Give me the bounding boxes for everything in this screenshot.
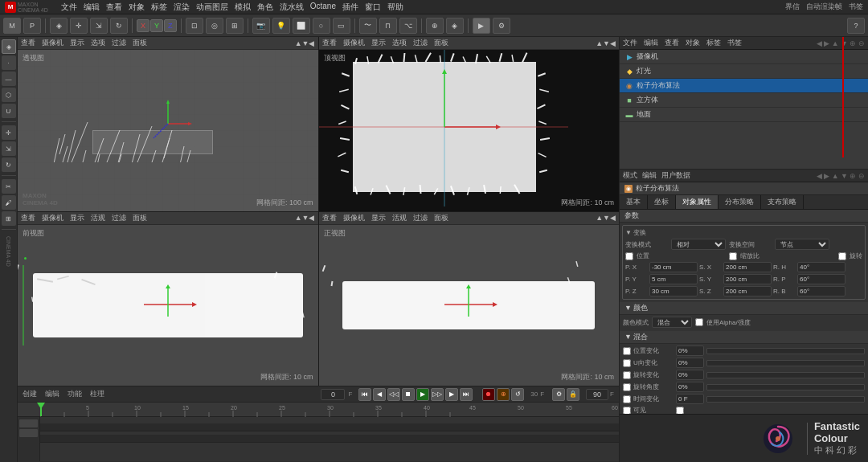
toolbar-mograph[interactable]: ⊕ — [426, 18, 444, 34]
tab-spread[interactable]: 支布策略 — [761, 195, 804, 209]
btn-prev-frame[interactable]: ◀ — [373, 388, 386, 401]
toolbar-mode-model[interactable]: M — [3, 18, 21, 34]
vp-br-panel[interactable]: 面板 — [434, 213, 448, 223]
py-input[interactable] — [649, 274, 698, 284]
vp-tr-display[interactable]: 显示 — [371, 38, 386, 48]
rot-checkbox[interactable] — [838, 252, 846, 260]
toolbar-nurbs[interactable]: ⊓ — [379, 18, 397, 34]
viewport-right[interactable]: 查看 摄像机 显示 活观 过滤 面板 ▲▼◀ — [319, 212, 620, 386]
timeline-ruler[interactable]: 5 10 15 20 25 30 35 40 45 50 55 60 — [18, 403, 619, 417]
toolbar-cube[interactable]: ⬜ — [293, 18, 310, 34]
vp-br-view[interactable]: 查看 — [322, 213, 337, 223]
scene-item-light[interactable]: ◆ 灯光 — [620, 64, 868, 79]
section-color[interactable]: ▼ 颜色 — [620, 302, 868, 315]
vp-tl-select[interactable]: 选项 — [91, 38, 105, 48]
vp-bl-view[interactable]: 查看 — [21, 213, 35, 223]
sidebar-move[interactable]: ✛ — [2, 125, 16, 140]
toolbar-light[interactable]: 💡 — [272, 18, 290, 34]
timeline-manage[interactable]: 柱理 — [90, 389, 104, 399]
toolbar-mode-paint[interactable]: P — [23, 18, 41, 34]
btn-timeline-settings[interactable]: ⚙ — [552, 388, 565, 401]
rp-object[interactable]: 对象 — [686, 38, 700, 48]
scene-item-ground[interactable]: ▬ 地面 — [620, 108, 868, 122]
toolbar-select[interactable]: ◈ — [50, 18, 68, 34]
btn-play-forward[interactable]: ▶ — [416, 388, 429, 401]
rp-file[interactable]: 文件 — [623, 38, 637, 48]
vp-br-select[interactable]: 活观 — [392, 213, 407, 223]
rp-bookmark[interactable]: 书签 — [727, 38, 742, 48]
toolbar-scale[interactable]: ⇲ — [90, 18, 108, 34]
blend-angle-val[interactable] — [676, 382, 704, 392]
sidebar-brush[interactable]: 🖌 — [2, 195, 16, 210]
toolbar-rotate[interactable]: ↻ — [110, 18, 128, 34]
rp-input[interactable] — [797, 274, 845, 284]
vp-tr-select[interactable]: 选项 — [392, 38, 407, 48]
blend-time-cb[interactable] — [623, 395, 631, 403]
sidebar-rotate[interactable]: ↻ — [2, 157, 16, 172]
xyz-y-btn[interactable]: Y — [150, 19, 163, 32]
blend-angle-slider[interactable] — [706, 384, 865, 390]
menu-render[interactable]: 渲染 — [174, 2, 190, 13]
sidebar-edges[interactable]: — — [2, 72, 16, 86]
tab-basic[interactable]: 基本 — [620, 195, 648, 209]
sidebar-scale[interactable]: ⇲ — [2, 141, 16, 156]
vp-br-cam[interactable]: 摄像机 — [343, 213, 365, 223]
menu-interface[interactable]: 界信 — [785, 2, 800, 12]
blend-rot-cb[interactable] — [623, 371, 631, 379]
toolbar-effector[interactable]: ◈ — [446, 18, 464, 34]
vp-tl-filter[interactable]: 过滤 — [112, 38, 126, 48]
tab-coord[interactable]: 坐标 — [648, 195, 676, 209]
btn-next-frame[interactable]: ▶ — [445, 388, 458, 401]
visible-val-cb[interactable] — [676, 407, 684, 415]
scene-item-cube[interactable]: ■ 立方体 — [620, 93, 868, 108]
blend-time-slider[interactable] — [706, 396, 865, 403]
toolbar-spline[interactable]: 〜 — [359, 18, 377, 34]
menu-object[interactable]: 对象 — [129, 2, 145, 13]
vp-tr-cam[interactable]: 摄像机 — [343, 38, 365, 48]
btn-goto-end[interactable]: ⏭ — [460, 388, 473, 401]
attr-mode[interactable]: 模式 — [623, 170, 637, 181]
blend-x-val[interactable] — [676, 345, 704, 356]
toolbar-help[interactable]: ? — [847, 18, 865, 34]
menu-character[interactable]: 角色 — [257, 2, 273, 13]
vp-tl-panel[interactable]: 面板 — [133, 38, 147, 48]
rp-view[interactable]: 查看 — [665, 38, 679, 48]
menu-animate[interactable]: 动画图层 — [196, 2, 228, 13]
viewport-top[interactable]: 查看 摄像机 显示 选项 过滤 面板 ▲▼◀ — [319, 37, 620, 211]
timeline-function[interactable]: 功能 — [68, 389, 82, 399]
menu-autorender[interactable]: 自动渲染帧 — [806, 2, 842, 12]
tab-object[interactable]: 对象属性 — [676, 195, 719, 209]
blend-rot-slider[interactable] — [706, 372, 865, 378]
vp-bl-display[interactable]: 显示 — [70, 213, 84, 223]
sidebar-mirror[interactable]: ⊞ — [2, 211, 16, 226]
viewport-front[interactable]: 查看 摄像机 显示 活观 过滤 面板 ▲▼◀ — [18, 212, 318, 386]
scale-checkbox[interactable] — [729, 252, 737, 260]
btn-play-fast[interactable]: ▷▷ — [431, 388, 444, 401]
toolbar-camera[interactable]: 📷 — [252, 18, 270, 34]
tab-distribute[interactable]: 分布策略 — [719, 195, 761, 209]
blend-x-slider[interactable] — [706, 348, 865, 354]
mode-select[interactable]: 相对 绝对 — [671, 239, 726, 250]
menu-tag[interactable]: 标签 — [151, 2, 167, 13]
btn-record[interactable]: ⏺ — [482, 388, 495, 401]
menu-simulate[interactable]: 模拟 — [235, 2, 251, 13]
vp-tr-view[interactable]: 查看 — [322, 38, 337, 48]
frame-start-input[interactable] — [321, 389, 345, 400]
blend-rot-val[interactable] — [676, 370, 704, 380]
sy-input[interactable] — [723, 274, 772, 284]
btn-timeline-lock[interactable]: 🔒 — [567, 388, 579, 401]
sx-input[interactable] — [723, 262, 772, 272]
section-params[interactable]: 参数 — [620, 210, 868, 223]
blend-x-cb[interactable] — [623, 347, 631, 355]
attr-edit[interactable]: 编辑 — [642, 170, 657, 181]
blend-y-slider[interactable] — [706, 360, 865, 366]
toolbar-deform[interactable]: ⌥ — [399, 18, 417, 34]
menu-help[interactable]: 帮助 — [387, 2, 403, 13]
space-select[interactable]: 节点 世界 — [775, 239, 829, 250]
menu-bookmark[interactable]: 书签 — [849, 2, 863, 12]
toolbar-sphere[interactable]: ○ — [313, 18, 330, 34]
alpha-checkbox[interactable] — [695, 318, 703, 326]
menu-file[interactable]: 文件 — [61, 2, 77, 13]
rh-input[interactable] — [797, 262, 845, 272]
px-input[interactable] — [649, 262, 698, 272]
